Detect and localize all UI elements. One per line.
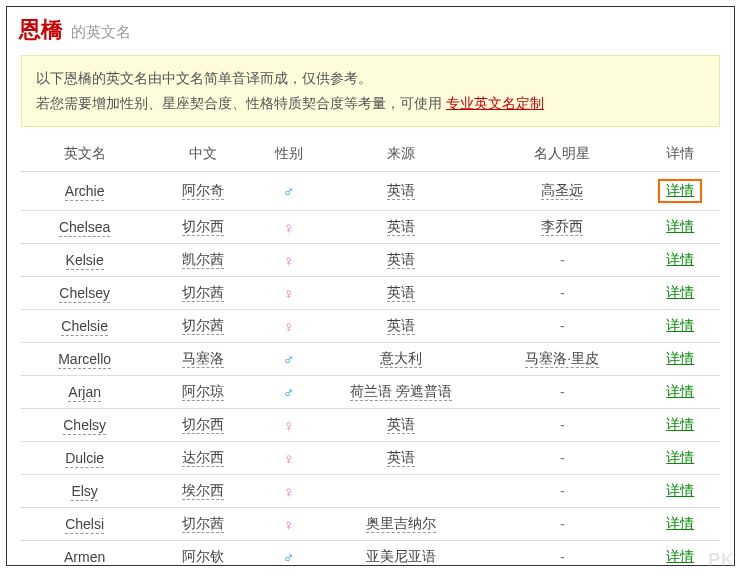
english-name-link[interactable]: Chelsie	[61, 318, 108, 336]
english-name-link[interactable]: Chelsey	[59, 285, 110, 303]
title-main: 恩橋	[19, 17, 63, 42]
detail-link[interactable]: 详情	[666, 350, 694, 366]
empty-dash: -	[560, 318, 565, 334]
female-icon: ♀	[283, 285, 294, 302]
female-icon: ♀	[283, 516, 294, 533]
table-row: Kelsie凯尔茜♀英语-详情	[21, 244, 720, 277]
table-row: Chelsea切尔西♀英语李乔西详情	[21, 211, 720, 244]
english-name-link[interactable]: Arjan	[68, 384, 101, 402]
table-row: Armen阿尔钦♂亚美尼亚语-详情	[21, 541, 720, 566]
empty-dash: -	[560, 285, 565, 301]
detail-link[interactable]: 详情	[666, 548, 694, 564]
origin-link[interactable]: 英语	[387, 251, 415, 269]
origin-link[interactable]: 英语	[387, 449, 415, 467]
english-name-link[interactable]: Elsy	[71, 483, 97, 501]
origin-link[interactable]: 英语	[387, 416, 415, 434]
header-english: 英文名	[21, 137, 148, 172]
female-icon: ♀	[283, 318, 294, 335]
chinese-name-link[interactable]: 阿尔钦	[182, 548, 224, 566]
header-chinese: 中文	[148, 137, 258, 172]
detail-link[interactable]: 详情	[666, 482, 694, 498]
names-table: 英文名 中文 性别 来源 名人明星 详情 Archie阿尔奇♂英语高圣远详情Ch…	[21, 137, 720, 566]
celebrity-link[interactable]: 马塞洛·里皮	[525, 350, 599, 368]
header-row: 英文名 中文 性别 来源 名人明星 详情	[21, 137, 720, 172]
female-icon: ♀	[283, 219, 294, 236]
table-row: Chelsey切尔茜♀英语-详情	[21, 277, 720, 310]
origin-link[interactable]: 英语	[387, 284, 415, 302]
chinese-name-link[interactable]: 切尔西	[182, 218, 224, 236]
chinese-name-link[interactable]: 阿尔琼	[182, 383, 224, 401]
origin-link[interactable]: 荷兰语 旁遮普语	[350, 383, 452, 401]
origin-link[interactable]: 英语	[387, 218, 415, 236]
notice-line-1: 以下恩橋的英文名由中文名简单音译而成，仅供参考。	[36, 66, 705, 91]
english-name-link[interactable]: Kelsie	[66, 252, 104, 270]
table-row: Arjan阿尔琼♂荷兰语 旁遮普语-详情	[21, 376, 720, 409]
page-title: 恩橋 的英文名	[7, 7, 734, 49]
table-row: Chelsy切尔西♀英语-详情	[21, 409, 720, 442]
empty-dash: -	[560, 450, 565, 466]
female-icon: ♀	[283, 417, 294, 434]
notice-box: 以下恩橋的英文名由中文名简单音译而成，仅供参考。 若您需要增加性别、星座契合度、…	[21, 55, 720, 127]
header-origin: 来源	[318, 137, 484, 172]
celebrity-link[interactable]: 李乔西	[541, 218, 583, 236]
female-icon: ♀	[283, 450, 294, 467]
header-gender: 性别	[259, 137, 319, 172]
english-name-link[interactable]: Archie	[65, 183, 105, 201]
customize-link[interactable]: 专业英文名定制	[446, 95, 544, 111]
origin-link[interactable]: 亚美尼亚语	[366, 548, 436, 566]
celebrity-link[interactable]: 高圣远	[541, 182, 583, 200]
origin-link[interactable]: 意大利	[380, 350, 422, 368]
english-name-link[interactable]: Chelsea	[59, 219, 110, 237]
chinese-name-link[interactable]: 切尔茜	[182, 284, 224, 302]
chinese-name-link[interactable]: 阿尔奇	[182, 182, 224, 200]
notice-line-2: 若您需要增加性别、星座契合度、性格特质契合度等考量，可使用 专业英文名定制	[36, 91, 705, 116]
female-icon: ♀	[283, 483, 294, 500]
male-icon: ♂	[283, 384, 294, 401]
detail-link[interactable]: 详情	[666, 218, 694, 234]
content-frame: 恩橋 的英文名 以下恩橋的英文名由中文名简单音译而成，仅供参考。 若您需要增加性…	[6, 6, 735, 566]
empty-dash: -	[560, 549, 565, 565]
table-row: Archie阿尔奇♂英语高圣远详情	[21, 172, 720, 211]
origin-link[interactable]: 英语	[387, 317, 415, 335]
english-name-link[interactable]: Armen	[64, 549, 105, 566]
empty-dash: -	[560, 384, 565, 400]
chinese-name-link[interactable]: 切尔茜	[182, 317, 224, 335]
detail-link[interactable]: 详情	[666, 416, 694, 432]
table-row: Marcello马塞洛♂意大利马塞洛·里皮详情	[21, 343, 720, 376]
english-name-link[interactable]: Dulcie	[65, 450, 104, 468]
empty-dash: -	[560, 417, 565, 433]
detail-link[interactable]: 详情	[666, 383, 694, 399]
chinese-name-link[interactable]: 埃尔西	[182, 482, 224, 500]
table-row: Chelsi切尔茜♀奥里吉纳尔-详情	[21, 508, 720, 541]
female-icon: ♀	[283, 252, 294, 269]
detail-link[interactable]: 详情	[666, 182, 694, 198]
detail-highlight-box: 详情	[658, 179, 702, 203]
origin-link[interactable]: 英语	[387, 182, 415, 200]
english-name-link[interactable]: Chelsy	[63, 417, 106, 435]
detail-link[interactable]: 详情	[666, 284, 694, 300]
origin-link[interactable]: 奥里吉纳尔	[366, 515, 436, 533]
header-detail: 详情	[641, 137, 720, 172]
male-icon: ♂	[283, 351, 294, 368]
english-name-link[interactable]: Marcello	[58, 351, 111, 369]
table-row: Elsy埃尔西♀-详情	[21, 475, 720, 508]
chinese-name-link[interactable]: 马塞洛	[182, 350, 224, 368]
male-icon: ♂	[283, 183, 294, 200]
detail-link[interactable]: 详情	[666, 317, 694, 333]
detail-link[interactable]: 详情	[666, 251, 694, 267]
empty-dash: -	[560, 483, 565, 499]
empty-dash: -	[560, 516, 565, 532]
detail-link[interactable]: 详情	[666, 515, 694, 531]
chinese-name-link[interactable]: 切尔茜	[182, 515, 224, 533]
chinese-name-link[interactable]: 凯尔茜	[182, 251, 224, 269]
detail-link[interactable]: 详情	[666, 449, 694, 465]
title-sub: 的英文名	[71, 23, 131, 40]
male-icon: ♂	[283, 549, 294, 566]
chinese-name-link[interactable]: 切尔西	[182, 416, 224, 434]
header-celeb: 名人明星	[484, 137, 640, 172]
table-row: Chelsie切尔茜♀英语-详情	[21, 310, 720, 343]
english-name-link[interactable]: Chelsi	[65, 516, 104, 534]
table-row: Dulcie达尔西♀英语-详情	[21, 442, 720, 475]
empty-dash: -	[560, 252, 565, 268]
chinese-name-link[interactable]: 达尔西	[182, 449, 224, 467]
